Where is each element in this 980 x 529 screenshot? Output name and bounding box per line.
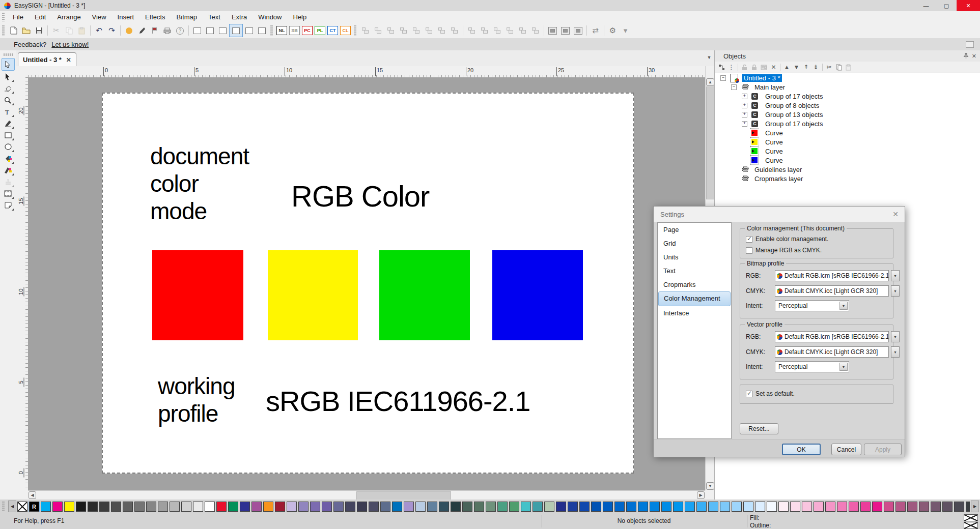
align-icon-1[interactable] xyxy=(359,24,372,37)
mode-button-nl[interactable]: NL xyxy=(276,26,287,35)
scroll-up-button[interactable]: ▲ xyxy=(706,78,714,86)
menu-grip[interactable] xyxy=(2,13,5,21)
align-icon-5[interactable] xyxy=(410,24,423,37)
vector-intent-dropdown-button[interactable]: ▼ xyxy=(839,363,848,371)
color-swatch[interactable] xyxy=(837,502,847,512)
color-swatch[interactable] xyxy=(638,502,648,512)
color-swatch[interactable] xyxy=(802,502,812,512)
color-swatch[interactable] xyxy=(41,502,51,512)
zoom-tool[interactable] xyxy=(2,94,14,106)
color-swatch[interactable] xyxy=(790,502,800,512)
color-swatch[interactable] xyxy=(650,502,660,512)
mode-button-cl[interactable]: CL xyxy=(340,26,351,35)
color-swatch[interactable] xyxy=(521,502,531,512)
color-swatch[interactable] xyxy=(568,502,578,512)
color-swatch[interactable] xyxy=(497,502,508,512)
color-swatch[interactable] xyxy=(966,502,970,512)
color-swatch[interactable] xyxy=(696,502,707,512)
view-box-6-icon[interactable] xyxy=(256,24,268,37)
color-swatch[interactable] xyxy=(767,502,777,512)
color-swatch[interactable] xyxy=(544,502,554,512)
expand-icon[interactable]: + xyxy=(742,112,747,117)
vector-intent-combo[interactable]: Perceptual ▼ xyxy=(775,361,849,372)
color-swatch[interactable] xyxy=(907,502,917,512)
color-swatch[interactable] xyxy=(52,502,63,512)
blue-square[interactable] xyxy=(492,250,583,340)
color-swatch[interactable] xyxy=(825,502,835,512)
rgb-color-text[interactable]: RGB Color xyxy=(291,179,429,213)
menu-edit[interactable]: Edit xyxy=(29,11,51,23)
undo-icon[interactable]: ↶ xyxy=(93,24,105,37)
gear-icon[interactable]: ⚙ xyxy=(606,24,619,37)
color-swatch[interactable] xyxy=(942,502,953,512)
color-swatch[interactable] xyxy=(685,502,695,512)
bitmap-cmyk-combo[interactable]: Default CMYK.icc [Light GCR 320] xyxy=(775,285,889,297)
tree-item[interactable]: Curve xyxy=(715,128,980,137)
expand-icon[interactable]: + xyxy=(742,94,747,99)
distribute-icon-1[interactable] xyxy=(465,24,478,37)
color-swatch[interactable] xyxy=(849,502,859,512)
working-profile-text[interactable]: workingprofile xyxy=(158,372,235,427)
view-box-2-icon[interactable] xyxy=(204,24,216,37)
manage-rgb-as-cmyk-checkbox[interactable] xyxy=(746,247,752,254)
distribute-icon-4[interactable] xyxy=(503,24,516,37)
color-swatch[interactable] xyxy=(591,502,601,512)
color-swatch[interactable] xyxy=(240,502,250,512)
list-icon[interactable]: ⋮ xyxy=(726,63,736,72)
color-swatch[interactable] xyxy=(415,502,426,512)
horizontal-scrollbar[interactable]: ◀ ▶ xyxy=(28,490,705,500)
settings-nav-grid[interactable]: Grid xyxy=(658,237,731,250)
view-box-4-icon[interactable] xyxy=(229,24,243,37)
color-swatch[interactable] xyxy=(486,502,496,512)
color-swatch[interactable] xyxy=(778,502,789,512)
rectangle-tool[interactable] xyxy=(2,129,14,141)
fill-none-swatch[interactable] xyxy=(964,514,978,521)
flag-icon[interactable] xyxy=(148,24,161,37)
color-swatch[interactable] xyxy=(369,502,379,512)
save-icon[interactable] xyxy=(33,24,45,37)
color-swatch[interactable] xyxy=(88,502,98,512)
color-swatch[interactable] xyxy=(216,502,227,512)
toolbar-overflow-icon[interactable]: ▾ xyxy=(619,24,632,37)
color-swatch[interactable] xyxy=(895,502,906,512)
align-icon-2[interactable] xyxy=(372,24,384,37)
color-swatch[interactable] xyxy=(333,502,344,512)
ok-button[interactable]: OK xyxy=(782,444,821,455)
color-swatch[interactable] xyxy=(275,502,285,512)
color-swatch[interactable] xyxy=(263,502,273,512)
tree-item[interactable]: Guidelines layer xyxy=(715,165,980,174)
bitmap-rgb-combo[interactable]: Default RGB.icm [sRGB IEC61966-2.1] xyxy=(775,270,889,281)
properties-icon[interactable] xyxy=(759,63,769,72)
color-swatch[interactable] xyxy=(673,502,683,512)
set-as-default-checkbox[interactable] xyxy=(746,391,752,397)
mode-button-ct[interactable]: CT xyxy=(327,26,338,35)
color-swatch[interactable] xyxy=(755,502,765,512)
delete-icon[interactable]: ✕ xyxy=(769,63,778,72)
color-swatch[interactable] xyxy=(287,502,297,512)
horizontal-ruler[interactable]: 051015202530 xyxy=(28,66,705,78)
document-tab[interactable]: Untitled - 3 * ✕ xyxy=(18,52,76,67)
color-swatch[interactable] xyxy=(170,502,180,512)
menu-bitmap[interactable]: Bitmap xyxy=(171,11,203,23)
color-swatch[interactable] xyxy=(720,502,730,512)
color-swatch[interactable] xyxy=(345,502,355,512)
color-swatch[interactable] xyxy=(228,502,238,512)
center-icon-2[interactable] xyxy=(559,24,572,37)
mode-button-sb[interactable]: SB xyxy=(289,26,300,35)
green-square[interactable] xyxy=(379,250,470,340)
align-icon-8[interactable] xyxy=(448,24,461,37)
align-icon-6[interactable] xyxy=(423,24,435,37)
settings-nav-text[interactable]: Text xyxy=(658,264,731,278)
copy-icon[interactable] xyxy=(834,63,844,72)
expand-icon[interactable]: + xyxy=(742,103,747,108)
ellipse-tool[interactable] xyxy=(2,141,14,153)
distribute-icon-6[interactable] xyxy=(529,24,542,37)
toolbox-grip[interactable] xyxy=(4,53,13,56)
color-swatch[interactable] xyxy=(556,502,566,512)
eraser-tool[interactable] xyxy=(2,82,14,94)
color-swatch[interactable] xyxy=(732,502,742,512)
color-swatch[interactable] xyxy=(462,502,472,512)
open-icon[interactable] xyxy=(20,24,33,37)
panel-close-icon[interactable]: ✕ xyxy=(972,53,976,60)
reset-button[interactable]: Reset... xyxy=(740,423,778,434)
